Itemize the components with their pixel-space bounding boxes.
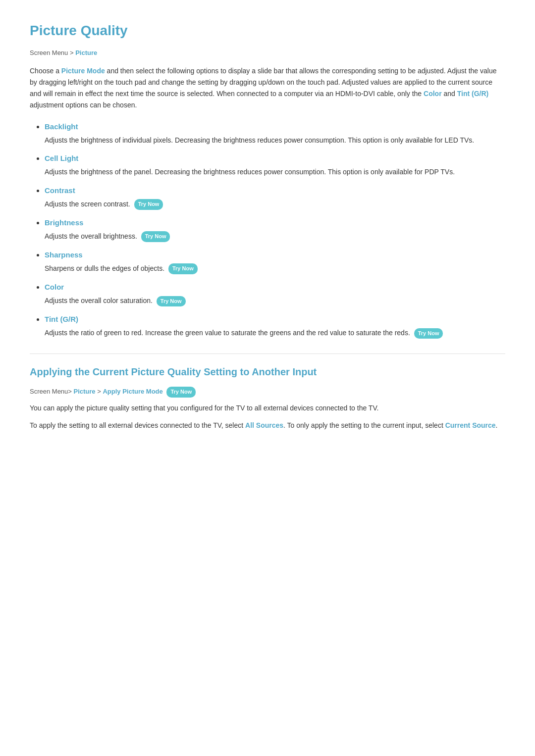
sharpness-title[interactable]: Sharpness: [45, 249, 505, 261]
section-divider: [30, 353, 505, 354]
section2-text2: To apply the setting to all external dev…: [30, 420, 505, 431]
cell-light-desc: Adjusts the brightness of the panel. Dec…: [45, 166, 505, 177]
color-link[interactable]: Color: [424, 90, 442, 98]
color-try-now[interactable]: Try Now: [157, 296, 186, 307]
list-item-sharpness: Sharpness Sharpens or dulls the edges of…: [45, 249, 505, 274]
backlight-desc: Adjusts the brightness of individual pix…: [45, 135, 505, 146]
section2-picture-link[interactable]: Picture: [74, 388, 96, 395]
list-item-color: Color Adjusts the overall color saturati…: [45, 281, 505, 306]
brightness-try-now[interactable]: Try Now: [141, 231, 170, 242]
section2-text1: You can apply the picture quality settin…: [30, 403, 505, 414]
intro-text-start: Choose a: [30, 67, 61, 75]
settings-list: Backlight Adjusts the brightness of indi…: [30, 121, 505, 339]
apply-picture-mode-link[interactable]: Apply Picture Mode: [103, 388, 162, 395]
color-title[interactable]: Color: [45, 281, 505, 293]
brightness-title[interactable]: Brightness: [45, 217, 505, 229]
list-item-backlight: Backlight Adjusts the brightness of indi…: [45, 121, 505, 146]
section2-text2-mid: . To only apply the setting to the curre…: [283, 421, 445, 429]
cell-light-title[interactable]: Cell Light: [45, 152, 505, 164]
breadcrumb: Screen Menu > Picture: [30, 48, 505, 58]
intro-paragraph: Choose a Picture Mode and then select th…: [30, 65, 505, 111]
picture-mode-link[interactable]: Picture Mode: [61, 67, 105, 75]
section2-breadcrumb-prefix: Screen Menu>: [30, 388, 74, 395]
contrast-try-now[interactable]: Try Now: [134, 199, 163, 210]
section2-separator: >: [96, 388, 103, 395]
contrast-desc: Adjusts the screen contrast. Try Now: [45, 199, 505, 210]
intro-text-and: and: [442, 90, 457, 98]
list-item-cell-light: Cell Light Adjusts the brightness of the…: [45, 152, 505, 177]
contrast-title[interactable]: Contrast: [45, 185, 505, 197]
color-desc: Adjusts the overall color saturation. Tr…: [45, 295, 505, 306]
tint-link[interactable]: Tint (G/R): [457, 90, 489, 98]
brightness-desc: Adjusts the overall brightness. Try Now: [45, 231, 505, 242]
backlight-title[interactable]: Backlight: [45, 121, 505, 133]
breadcrumb-picture-link[interactable]: Picture: [75, 49, 97, 56]
section2-text2-start: To apply the setting to all external dev…: [30, 421, 245, 429]
list-item-tint: Tint (G/R) Adjusts the ratio of green to…: [45, 313, 505, 339]
tint-desc: Adjusts the ratio of green to red. Incre…: [45, 327, 505, 339]
tint-try-now[interactable]: Try Now: [414, 328, 443, 339]
breadcrumb-prefix: Screen Menu >: [30, 49, 75, 56]
list-item-contrast: Contrast Adjusts the screen contrast. Tr…: [45, 185, 505, 210]
section2-text2-end: .: [496, 421, 498, 429]
intro-text-end: adjustment options can be chosen.: [30, 101, 137, 109]
sharpness-desc: Sharpens or dulls the edges of objects. …: [45, 263, 505, 274]
tint-title[interactable]: Tint (G/R): [45, 313, 505, 325]
page-title: Picture Quality: [30, 20, 505, 42]
sharpness-try-now[interactable]: Try Now: [168, 263, 198, 274]
section2-breadcrumb-try-now[interactable]: Try Now: [166, 387, 196, 398]
section2-title: Applying the Current Picture Quality Set…: [30, 364, 505, 380]
section2-breadcrumb: Screen Menu> Picture > Apply Picture Mod…: [30, 387, 505, 398]
all-sources-link[interactable]: All Sources: [245, 421, 283, 429]
list-item-brightness: Brightness Adjusts the overall brightnes…: [45, 217, 505, 242]
current-source-link[interactable]: Current Source: [445, 421, 496, 429]
